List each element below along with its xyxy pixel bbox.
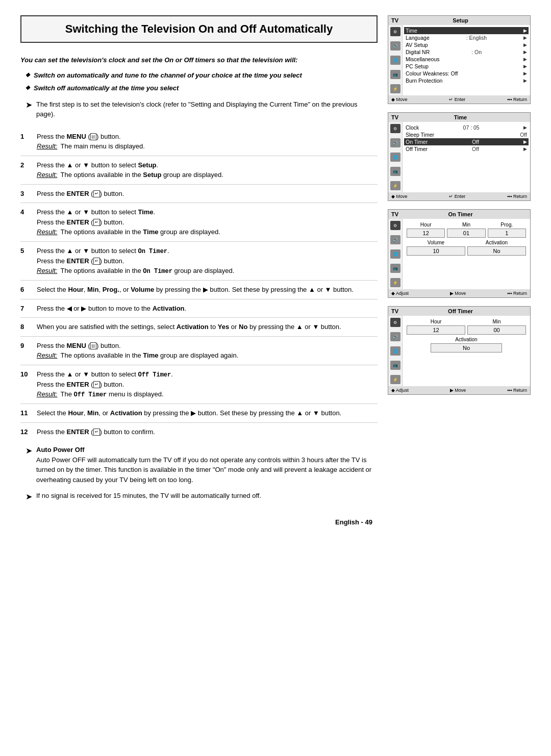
result-line: Result: The options available in the Tim… (37, 227, 378, 237)
result-label: Result: (37, 350, 57, 361)
footer-enter: ↵ Enter (449, 194, 465, 199)
row-label: Miscellaneous (406, 56, 440, 62)
footer-move: ▶ Move (450, 291, 466, 296)
tv-box-body: ⚙ 🔊 🌐 📺 ⚡ Time ▶ Language : English ▶ (388, 25, 530, 95)
vol-label: Volume (407, 240, 465, 245)
tv-box-body: ⚙ 🔊 🌐 📺 ⚡ Hour Min Prog. 12 01 1 (388, 219, 530, 289)
row-label: Time (406, 28, 417, 34)
tv-icon-1: ⚙ (390, 221, 400, 230)
tv-icon-3: 🌐 (390, 249, 400, 259)
step-content: Press the ENTER (↵) button to confirm. (37, 427, 378, 437)
tv-menu: Time ▶ Language : English ▶ AV Setup ▶ D… (403, 25, 530, 95)
tv-icons: ⚙ 🔊 🌐 📺 ⚡ (388, 219, 403, 289)
tv-icon-5: ⚡ (390, 278, 400, 287)
menu-row-colour: Colour Weakness: Off ▶ (406, 70, 527, 77)
timer-grid-header: Hour Min (407, 319, 526, 324)
step-content: Press the MENU (|||) button. Result: The… (37, 341, 378, 361)
box-title: On Timer (398, 211, 522, 217)
step-text2: Press the ENTER (↵) button. (37, 256, 378, 266)
step-num: 4 (20, 207, 31, 237)
tv-box-body: ⚙ 🔊 🌐 📺 ⚡ Clock 07 : 05 ▶ Sleep Timer Of… (388, 122, 530, 192)
tv-footer: ◆ Move ↵ Enter ▪▪▪ Return (388, 95, 530, 104)
result-text: The options available in the Setup group… (60, 170, 223, 180)
tv-icon-4: 📺 (390, 361, 400, 370)
result-line: Result: The options available in the Tim… (37, 350, 378, 361)
menu-row-dnr: Digital NR : On ▶ (406, 48, 527, 56)
result-text: The main menu is displayed. (60, 141, 144, 152)
timer-row: 12 00 (407, 325, 526, 335)
page-footer-text: English - 49 (335, 518, 372, 526)
col-min: Min (467, 319, 526, 324)
intro-text: You can set the television's clock and s… (20, 55, 378, 65)
step-num: 12 (20, 427, 31, 437)
step-num: 1 (20, 132, 31, 152)
spacer (522, 211, 527, 217)
tv-box-header: TV Time (388, 113, 530, 122)
footer: English - 49 (20, 518, 378, 526)
tv-label: TV (391, 308, 398, 314)
footer-enter: ↵ Enter (449, 97, 465, 102)
note-text: Auto Power OFF will automatically turn t… (36, 455, 378, 485)
timer-cell-prog: 1 (488, 229, 526, 238)
step-text2: Press the ENTER (↵) button. (37, 380, 378, 390)
menu-row-sleep: Sleep Timer Off (406, 131, 527, 138)
notes-section: ➤ Auto Power Off Auto Power OFF will aut… (20, 445, 378, 503)
step-num: 7 (20, 304, 31, 314)
arrow-icon: ➤ (26, 99, 32, 119)
bullet-item: Switch off automatically at the time you… (26, 83, 378, 93)
menu-row-av: AV Setup ▶ (406, 41, 527, 48)
note-signal: ➤ If no signal is received for 15 minute… (26, 491, 378, 503)
tv-box-header: TV Off Timer (388, 307, 530, 316)
tv-icon-5: ⚡ (390, 84, 400, 93)
act-value: No (467, 246, 526, 256)
step-text: Select the Hour, Min, or Activation by p… (37, 408, 378, 418)
note-body: If no signal is received for 15 minutes,… (36, 491, 378, 503)
tv-icon-3: 🌐 (390, 153, 400, 162)
tv-icon-2: 🔊 (390, 332, 400, 341)
main-content: Switching the Television On and Off Auto… (20, 15, 378, 526)
tv-icons: ⚙ 🔊 🌐 📺 ⚡ (388, 316, 403, 386)
result-text: The Off Timer menu is displayed. (60, 389, 163, 399)
step-text: Press the ▲ or ▼ button to select On Tim… (37, 246, 378, 256)
step-8: 8 When you are satisfied with the settin… (20, 317, 378, 336)
step-num: 10 (20, 369, 31, 400)
tv-icon-5: ⚡ (390, 181, 400, 190)
row-label: Colour Weakness: Off (406, 70, 458, 77)
step-text: Press the ◀ or ▶ button to move to the A… (37, 304, 378, 314)
row-arrow: ▶ (523, 139, 527, 144)
footer-move: ◆ Move (391, 97, 408, 102)
result-label: Result: (37, 227, 57, 237)
on-timer-body: Hour Min Prog. 12 01 1 Volume Activation (403, 219, 530, 289)
step-text: Press the ENTER (↵) button to confirm. (37, 427, 378, 437)
result-text: The options available in the Time group … (60, 350, 238, 361)
tv-icon-1: ⚙ (390, 124, 400, 133)
row-arrow: ▶ (523, 64, 527, 69)
tv-footer: ◆ Adjust ▶ Move ▪▪▪ Return (388, 289, 530, 297)
step-content: Press the ENTER (↵) button. (37, 189, 378, 199)
timer-grid-header: Hour Min Prog. (407, 222, 526, 228)
tv-icon-1: ⚙ (390, 318, 400, 327)
step-4: 4 Press the ▲ or ▼ button to select Time… (20, 203, 378, 241)
result-text: The options available in the Time group … (60, 227, 220, 237)
tv-menu: Clock 07 : 05 ▶ Sleep Timer Off On Timer… (403, 122, 530, 192)
tv-icon-4: 📺 (390, 167, 400, 176)
tv-icon-3: 🌐 (390, 346, 400, 356)
note-text: The first step is to set the television'… (36, 99, 378, 119)
col-min: Min (447, 222, 485, 228)
tv-icons: ⚙ 🔊 🌐 📺 ⚡ (388, 25, 403, 95)
step-num: 11 (20, 408, 31, 418)
step-content: Select the Hour, Min, Prog., or Volume b… (37, 285, 378, 295)
off-timer-body: Hour Min 12 00 Activation No (403, 316, 530, 386)
sidebar: TV Setup ⚙ 🔊 🌐 📺 ⚡ Time ▶ (388, 15, 531, 526)
step-content: Press the ▲ or ▼ button to select On Tim… (37, 246, 378, 276)
vol-act-cells: 10 No (407, 246, 526, 256)
menu-row-offtimer: Off Timer Off ▶ (406, 145, 527, 153)
tv-box-header: TV Setup (388, 16, 530, 25)
result-line: Result: The options available in the On … (37, 266, 378, 276)
tv-label: TV (391, 114, 398, 120)
step-num: 5 (20, 246, 31, 276)
step-content: Press the ▲ or ▼ button to select Time. … (37, 207, 378, 237)
row-arrow: ▶ (523, 42, 527, 47)
row-label: Clock (406, 124, 419, 131)
step-num: 2 (20, 160, 31, 180)
